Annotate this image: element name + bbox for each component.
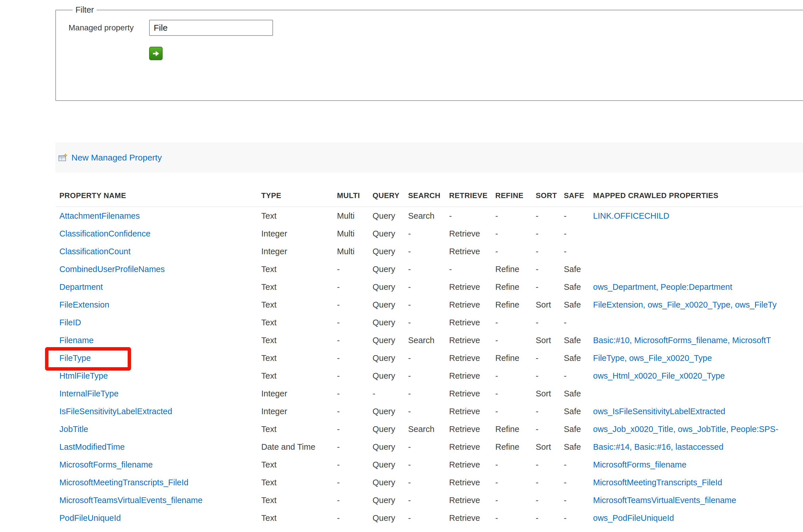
property-name-link[interactable]: JobTitle (59, 424, 88, 434)
safe-cell: Safe (564, 389, 593, 398)
sort-cell: - (536, 513, 564, 523)
refine-cell: - (495, 318, 536, 327)
managed-properties-table: PROPERTY NAME TYPE MULTI QUERY SEARCH RE… (55, 185, 803, 532)
property-name-link[interactable]: PodFileUniqueId (59, 513, 121, 522)
toolbar: New Managed Property (55, 142, 803, 173)
sort-cell: Sort (536, 300, 564, 309)
property-name-link[interactable]: HtmlFileType (59, 371, 108, 380)
table-row: ClassificationConfidenceIntegerMultiQuer… (55, 225, 803, 243)
property-name-link[interactable]: LastModifiedTime (59, 442, 125, 452)
mapped-crawled-link[interactable]: ows_Job_x0020_Title, ows_JobTitle, Peopl… (593, 424, 778, 434)
mapped-crawled-link[interactable]: FileType, ows_File_x0020_Type (593, 354, 712, 363)
table-row: MicrosoftMeetingTranscripts_FileIdText-Q… (55, 474, 803, 491)
safe-cell: Safe (564, 442, 593, 452)
mapped-crawled-link[interactable]: People:PreferredName (593, 531, 678, 532)
mapped-crawled-link[interactable]: FileExtension, ows_File_x0020_Type, ows_… (593, 300, 777, 309)
retrieve-cell: Retrieve (449, 442, 495, 452)
multi-cell: - (337, 531, 373, 532)
multi-cell: - (337, 478, 373, 487)
filter-go-button[interactable] (149, 47, 163, 60)
table-row: FileExtensionText-Query-RetrieveRefineSo… (55, 296, 803, 314)
search-cell: Search (408, 531, 449, 532)
property-name-link[interactable]: CombinedUserProfileNames (59, 265, 165, 274)
filter-panel: Filter Managed property (55, 5, 803, 101)
safe-cell: - (564, 247, 593, 256)
property-name-link[interactable]: FileID (59, 318, 81, 327)
mapped-crawled-link-cell: FileType, ows_File_x0020_Type (593, 354, 803, 363)
multi-cell: - (337, 442, 373, 452)
query-cell: Query (373, 211, 408, 221)
query-cell: Query (373, 513, 408, 523)
mapped-crawled-link[interactable]: LINK.OFFICECHILD (593, 211, 669, 221)
property-name-link[interactable]: ClassificationCount (59, 247, 130, 256)
property-name-link-cell: MicrosoftForms_filename (55, 460, 261, 470)
multi-cell: - (337, 265, 373, 274)
query-cell: Query (373, 336, 408, 345)
table-row: IsFileSensitivityLabelExtractedInteger-Q… (55, 402, 803, 420)
arrow-right-icon (152, 49, 160, 58)
property-name-link[interactable]: PreferredName (59, 531, 116, 532)
type-cell: Text (261, 513, 337, 523)
header-query: QUERY (373, 191, 408, 200)
sort-cell: - (536, 354, 564, 363)
property-name-link-cell: MicrosoftTeamsVirtualEvents_filename (55, 496, 261, 505)
multi-cell: - (337, 354, 373, 363)
mapped-crawled-link[interactable]: ows_PodFileUniqueId (593, 513, 674, 522)
retrieve-cell: Retrieve (449, 371, 495, 381)
query-cell: Query (373, 531, 408, 532)
mapped-crawled-link-cell: People:PreferredName (593, 531, 803, 532)
property-name-link[interactable]: MicrosoftMeetingTranscripts_FileId (59, 478, 188, 487)
type-cell: Integer (261, 247, 337, 256)
retrieve-cell: Retrieve (449, 300, 495, 309)
retrieve-cell: - (449, 265, 495, 274)
property-name-link[interactable]: FileExtension (59, 300, 109, 309)
mapped-crawled-link[interactable]: ows_IsFileSensitivityLabelExtracted (593, 407, 725, 416)
search-cell: - (408, 354, 449, 363)
header-refine: REFINE (495, 191, 536, 200)
query-cell: Query (373, 282, 408, 292)
sort-cell: - (536, 460, 564, 470)
property-name-link[interactable]: MicrosoftTeamsVirtualEvents_filename (59, 496, 203, 505)
property-name-link[interactable]: MicrosoftForms_filename (59, 460, 153, 469)
property-name-link-cell: ClassificationCount (55, 247, 261, 256)
refine-cell: - (495, 496, 536, 505)
mapped-crawled-link[interactable]: ows_Department, People:Department (593, 282, 732, 291)
mapped-crawled-link[interactable]: Basic:#10, MicrosoftForms_filename, Micr… (593, 336, 771, 345)
mapped-crawled-link[interactable]: MicrosoftForms_filename (593, 460, 687, 469)
mapped-crawled-link[interactable]: MicrosoftTeamsVirtualEvents_filename (593, 496, 736, 505)
new-managed-property-link[interactable]: New Managed Property (71, 153, 162, 163)
retrieve-cell: Retrieve (449, 513, 495, 523)
property-name-link[interactable]: ClassificationConfidence (59, 229, 151, 238)
mapped-crawled-link[interactable]: Basic:#14, Basic:#16, lastaccessed (593, 442, 724, 452)
mapped-crawled-link-cell: FileExtension, ows_File_x0020_Type, ows_… (593, 300, 803, 309)
search-cell: - (408, 460, 449, 470)
property-name-link[interactable]: AttachmentFilenames (59, 211, 140, 221)
header-multi: MULTI (337, 191, 373, 200)
property-name-link[interactable]: Filename (59, 336, 93, 345)
header-search: SEARCH (408, 191, 449, 200)
mapped-crawled-link-cell: ows_PodFileUniqueId (593, 513, 803, 523)
property-name-link[interactable]: Department (59, 282, 103, 291)
safe-cell: - (564, 496, 593, 505)
mapped-crawled-link[interactable]: ows_Html_x0020_File_x0020_Type (593, 371, 725, 380)
table-row: JobTitleText-QuerySearchRetrieveRefine-S… (55, 420, 803, 438)
table-row: AttachmentFilenamesTextMultiQuerySearch-… (55, 207, 803, 225)
property-name-link[interactable]: InternalFileType (59, 389, 118, 398)
query-cell: Query (373, 229, 408, 239)
property-name-link[interactable]: IsFileSensitivityLabelExtracted (59, 407, 172, 416)
property-name-link-cell: JobTitle (55, 424, 261, 434)
query-cell: Query (373, 265, 408, 274)
search-cell: - (408, 371, 449, 381)
table-row: InternalFileTypeInteger---Retrieve-SortS… (55, 385, 803, 402)
header-mapped-crawled-properties: MAPPED CRAWLED PROPERTIES (593, 191, 803, 200)
sort-cell: - (536, 229, 564, 239)
mapped-crawled-link[interactable]: MicrosoftMeetingTranscripts_FileId (593, 478, 722, 487)
type-cell: Text (261, 460, 337, 470)
property-name-link[interactable]: FileType (59, 354, 91, 363)
property-name-link-cell: CombinedUserProfileNames (55, 265, 261, 274)
retrieve-cell: Retrieve (449, 247, 495, 256)
safe-cell: Safe (564, 531, 593, 532)
filter-legend: Filter (73, 5, 97, 15)
sort-cell: - (536, 318, 564, 327)
managed-property-input[interactable] (149, 20, 273, 36)
